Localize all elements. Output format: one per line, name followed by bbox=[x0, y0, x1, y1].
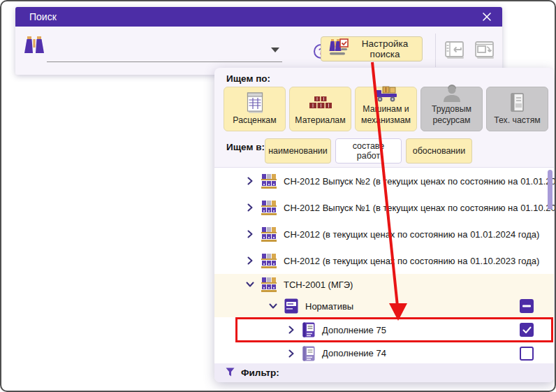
search-by-rates-button[interactable]: Расценкам bbox=[224, 87, 286, 131]
tree-row-dopolnenie-75[interactable]: Дополнение 75 bbox=[214, 317, 554, 342]
search-in-label: Ищем в: bbox=[226, 142, 265, 152]
settings-button-label: Настройка поиска bbox=[355, 38, 415, 59]
truck-icon bbox=[373, 86, 400, 104]
search-by-materials-button[interactable]: Материалам bbox=[289, 87, 351, 131]
tree-item-label: СН-2012 (в текущих ценах по состоянию на… bbox=[284, 256, 539, 266]
chevron-down-icon[interactable] bbox=[246, 282, 254, 287]
tree-scrollbar-thumb[interactable] bbox=[548, 170, 553, 210]
open-in-window-icon[interactable] bbox=[473, 38, 497, 62]
tree-row-sn2012-v2[interactable]: СН-2012 Выпуск №2 (в текущих ценах по со… bbox=[214, 168, 554, 194]
book-icon bbox=[284, 298, 298, 314]
search-in-justification-button[interactable]: обосновании bbox=[406, 138, 472, 164]
checkbox-checked[interactable] bbox=[520, 323, 534, 337]
dialog-title: Поиск bbox=[29, 11, 57, 22]
tree-item-label: Дополнение 74 bbox=[322, 348, 386, 358]
chevron-down-icon[interactable] bbox=[269, 303, 277, 309]
search-by-label-text: Машинам и механизмам bbox=[358, 104, 414, 126]
search-by-label-text: Трудовым ресурсам bbox=[423, 104, 480, 126]
search-by-labor-button[interactable]: Трудовым ресурсам bbox=[420, 87, 483, 131]
chevron-right-icon[interactable] bbox=[287, 349, 295, 358]
tech-book-icon bbox=[509, 90, 526, 115]
binoculars-icon bbox=[24, 35, 45, 59]
chevron-right-icon[interactable] bbox=[246, 256, 254, 265]
tree-row-sn2012-v1[interactable]: СН-2012 Выпуск №1 (в текущих ценах по со… bbox=[214, 194, 554, 221]
dropdown-caret-icon[interactable] bbox=[271, 48, 279, 52]
chevron-right-icon[interactable] bbox=[246, 230, 254, 238]
search-by-tech-parts-button[interactable]: Тех. частям bbox=[486, 87, 548, 131]
search-by-label-text: Тех. частям bbox=[494, 115, 541, 126]
supplement-book-icon bbox=[302, 346, 315, 361]
filter-funnel-icon bbox=[226, 367, 235, 379]
dock-to-panel-icon[interactable] bbox=[443, 38, 467, 62]
chevron-right-icon[interactable] bbox=[287, 326, 295, 334]
tree-row-tsn2001[interactable]: ТСН-2001 (МГЭ) bbox=[214, 274, 554, 295]
tree-row-dopolnenie-74[interactable]: Дополнение 74 bbox=[214, 342, 554, 364]
catalog-shelf-icon bbox=[261, 201, 277, 215]
search-input[interactable] bbox=[47, 46, 282, 62]
tree-row-sn2012-2023[interactable]: СН-2012 (в текущих ценах по состоянию на… bbox=[214, 247, 554, 274]
screenshot-frame: Поиск ? bbox=[0, 0, 556, 392]
settings-binoculars-icon bbox=[328, 38, 349, 60]
catalog-shelf-icon bbox=[261, 227, 277, 242]
tree-row-sn2012-2024[interactable]: СН-2012 (в текущих ценах по состоянию на… bbox=[214, 221, 554, 247]
tree-row-normativy[interactable]: Нормативы bbox=[214, 295, 554, 317]
chevron-right-icon[interactable] bbox=[246, 177, 254, 185]
tree-item-label: ТСН-2001 (МГЭ) bbox=[284, 280, 353, 290]
chevron-right-icon[interactable] bbox=[246, 203, 254, 212]
tree-item-label: Нормативы bbox=[305, 301, 353, 312]
supplement-book-icon bbox=[302, 322, 315, 337]
person-icon bbox=[441, 83, 462, 104]
search-in-work-composition-button[interactable]: составе работ bbox=[335, 138, 402, 164]
close-icon[interactable] bbox=[480, 10, 494, 24]
bricks-icon bbox=[309, 90, 332, 115]
checkbox-indeterminate[interactable] bbox=[520, 299, 534, 313]
catalog-shelf-icon bbox=[261, 277, 277, 292]
tree-item-label: СН-2012 Выпуск №2 (в текущих ценах по со… bbox=[284, 176, 556, 187]
tree-item-label: СН-2012 Выпуск №1 (в текущих ценах по со… bbox=[284, 203, 556, 213]
search-by-label-text: Расценкам bbox=[233, 115, 276, 126]
tree-item-label: Дополнение 75 bbox=[322, 325, 386, 335]
search-by-label: Ищем по: bbox=[226, 73, 270, 84]
tree-item-label: СН-2012 (в текущих ценах по состоянию на… bbox=[284, 229, 539, 240]
checkbox-unchecked[interactable] bbox=[520, 347, 534, 361]
search-dialog: Поиск ? bbox=[15, 7, 502, 75]
filter-label: Фильтр: bbox=[241, 368, 279, 378]
search-by-machines-button[interactable]: Машинам и механизмам bbox=[355, 87, 417, 131]
toolbar-divider bbox=[435, 34, 436, 67]
search-by-label-text: Материалам bbox=[295, 115, 345, 126]
search-by-options: Расценкам Материалам bbox=[224, 87, 548, 131]
catalog-tree: СН-2012 Выпуск №2 (в текущих ценах по со… bbox=[214, 167, 554, 365]
spreadsheet-icon bbox=[246, 90, 264, 115]
search-settings-panel: Ищем по: Расценкам bbox=[214, 68, 554, 382]
search-in-name-button[interactable]: наименовании bbox=[265, 138, 331, 164]
search-settings-button[interactable]: Настройка поиска bbox=[321, 36, 423, 61]
dialog-titlebar[interactable]: Поиск bbox=[15, 7, 502, 27]
filter-bar: Фильтр: bbox=[214, 363, 554, 382]
catalog-shelf-icon bbox=[261, 174, 277, 189]
catalog-shelf-icon bbox=[261, 254, 277, 268]
